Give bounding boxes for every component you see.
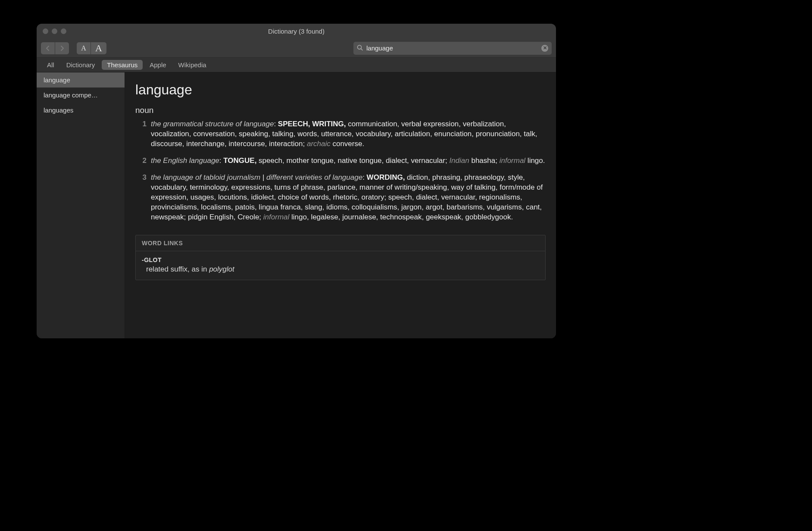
example-phrase-2: different varieties of language	[266, 173, 362, 181]
search-input[interactable]	[353, 42, 552, 55]
sense-list: 1 the grammatical structure of language:…	[140, 119, 546, 222]
synonym-list: speech, mother tongue, native tongue, di…	[256, 156, 449, 165]
sidebar-item-language-compe[interactable]: language compe…	[37, 87, 125, 103]
sense-body: the English language: TONGUE, speech, mo…	[151, 156, 546, 166]
search-icon	[357, 44, 363, 52]
word-link-definition: related suffix, as in polyglot	[146, 265, 539, 274]
part-of-speech: noun	[135, 106, 546, 115]
tab-wikipedia[interactable]: Wikipedia	[173, 60, 212, 70]
sidebar-item-languages[interactable]: languages	[37, 103, 125, 118]
tab-dictionary[interactable]: Dictionary	[61, 60, 100, 70]
search-container: ✕	[353, 42, 552, 55]
tab-apple[interactable]: Apple	[144, 60, 171, 70]
sidebar: language language compe… languages	[37, 72, 125, 338]
headword-synonyms: TONGUE,	[223, 156, 256, 165]
increase-font-button[interactable]: A	[91, 42, 106, 54]
content-area: language language compe… languages langu…	[37, 72, 556, 338]
example-phrase: the English language	[151, 156, 219, 165]
decrease-font-button[interactable]: A	[77, 42, 91, 54]
fullscreen-button[interactable]	[61, 28, 66, 34]
sense-body: the language of tabloid journalism | dif…	[151, 173, 546, 222]
word-links-box: WORD LINKS -GLOT related suffix, as in p…	[135, 235, 546, 280]
word-links-header: WORD LINKS	[136, 235, 545, 251]
usage-label: informal	[263, 213, 289, 221]
sense-number: 3	[140, 173, 147, 222]
app-window: Dictionary (3 found) A A ✕ All Dictionar…	[37, 24, 556, 338]
example-phrase: the grammatical structure of language	[151, 120, 274, 128]
tab-all[interactable]: All	[42, 60, 59, 70]
close-button[interactable]	[43, 28, 48, 34]
sense-2: 2 the English language: TONGUE, speech, …	[140, 156, 546, 166]
headword-synonyms: WORDING,	[367, 173, 405, 181]
toolbar: A A ✕	[37, 39, 556, 58]
example-phrase: the language of tabloid journalism	[151, 173, 260, 181]
clear-icon[interactable]: ✕	[541, 45, 548, 52]
main-content[interactable]: language noun 1 the grammatical structur…	[125, 72, 556, 338]
chevron-right-icon	[60, 45, 64, 51]
sense-number: 2	[140, 156, 147, 166]
entry-title: language	[135, 82, 546, 98]
sense-1: 1 the grammatical structure of language:…	[140, 119, 546, 149]
back-button[interactable]	[41, 42, 55, 54]
font-size-buttons: A A	[77, 42, 106, 54]
traffic-lights	[37, 28, 66, 34]
usage-label: archaic	[307, 140, 331, 148]
tab-thesaurus[interactable]: Thesaurus	[102, 60, 143, 70]
sense-body: the grammatical structure of language: S…	[151, 119, 546, 149]
chevron-left-icon	[46, 45, 50, 51]
usage-label: Indian	[449, 156, 469, 165]
headword-synonyms: SPEECH, WRITING,	[278, 120, 346, 128]
minimize-button[interactable]	[52, 28, 57, 34]
source-tabs: All Dictionary Thesaurus Apple Wikipedia	[37, 58, 556, 72]
window-title: Dictionary (3 found)	[37, 28, 556, 35]
forward-button[interactable]	[55, 42, 69, 54]
sense-number: 1	[140, 119, 147, 149]
sidebar-item-language[interactable]: language	[37, 72, 125, 87]
sense-3: 3 the language of tabloid journalism | d…	[140, 173, 546, 222]
word-link-term: -GLOT	[142, 256, 539, 263]
svg-line-1	[361, 49, 363, 50]
word-links-body: -GLOT related suffix, as in polyglot	[136, 251, 545, 280]
nav-buttons	[41, 42, 69, 54]
usage-label: informal	[500, 156, 525, 165]
titlebar: Dictionary (3 found)	[37, 24, 556, 39]
